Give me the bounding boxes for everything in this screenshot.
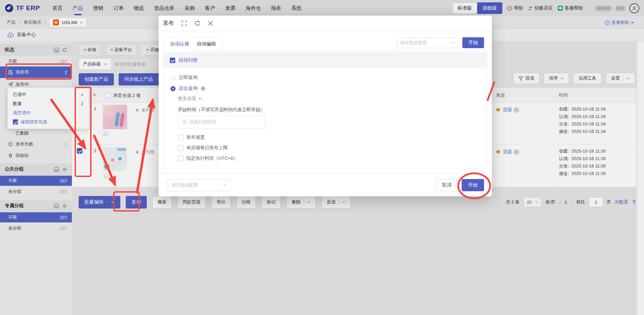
product-image[interactable] [103,105,127,129]
sidebar-item-recycle-bin[interactable]: 回收站 [0,151,72,161]
source-cell: 货源 [496,149,519,155]
divider [339,199,339,205]
user-avatar[interactable] [629,3,639,13]
page-size-select[interactable]: 20 [523,197,542,207]
person-icon [631,5,637,11]
row-index: 2 [94,148,96,153]
time-cell: 创建:2025-10-16 11:34 认领:2025-10-16 11:34 … [559,105,606,135]
per-page-label: 条/页 [545,199,556,205]
nav-purchase[interactable]: 采购 [185,0,195,16]
tab-auto-edit[interactable]: 自动编辑 [190,37,223,51]
preset-config-select-top[interactable]: 保存预设配置 [397,37,458,48]
status-dot-icon [136,151,139,154]
customer-service-button[interactable]: 客服帮助 [558,5,583,11]
cross-page-checkbox[interactable] [105,93,111,98]
nav-customers[interactable]: 客户 [205,0,215,16]
breadcrumb-single-shop-mode[interactable]: 单店模式 [24,19,46,25]
nav-product[interactable]: 产品 [73,0,83,16]
selected-row[interactable]: 已选中 » [7,90,89,99]
nav-reports[interactable]: 报表 [271,0,281,16]
sidebar-item-publish-failed[interactable]: 发布失败 1 [0,139,72,149]
prev-page-icon[interactable]: ‹ [559,199,561,205]
source-link[interactable]: 货源 [503,149,512,155]
logo-icon [5,4,14,13]
nav-invoices[interactable]: 发票 [225,0,236,16]
mark-button[interactable]: 标记 [261,196,281,209]
publish-speed-checkbox[interactable] [178,135,183,140]
product-image[interactable] [103,147,127,171]
fullscreen-icon[interactable] [181,20,187,26]
utility-tools-button[interactable]: 实用工具 [573,73,602,84]
publish-button[interactable]: 发布 [126,196,147,209]
batch-edit-button[interactable]: 批量编辑 [79,196,120,209]
date-placeholder: 选择日期时间 [189,119,216,125]
logo-text: TF ERP [16,4,40,12]
source-link[interactable]: 货源 [503,107,512,113]
clear-selection-link[interactable]: 清空选中 [7,108,89,117]
sidebar-item-status-all[interactable]: 不限 157 [0,56,72,66]
divider [589,4,589,12]
clock-icon [182,120,187,124]
sidebar-item-public-ungrouped[interactable]: 未分组 157 [0,186,72,197]
start-button-top[interactable]: 开始 [462,37,484,48]
quantity-row: 数量 2 [7,99,89,108]
settings-button[interactable]: 设置 [606,73,635,84]
close-icon[interactable] [208,21,213,26]
delete-button[interactable]: 删除 [286,196,316,209]
switch-language-button[interactable]: 切换语言 [528,5,553,11]
view-help-link[interactable]: ? 查看帮助 [605,16,634,29]
nav-home[interactable]: 首页 [53,0,63,16]
shop-selector-dropdown[interactable]: 特 100LIMI [49,18,87,27]
cancel-button[interactable]: 取消 [436,179,458,191]
publish-now-radio[interactable] [170,75,176,80]
nav-marketing[interactable]: 营销 [93,0,103,16]
auto-publish-checkbox[interactable] [170,58,175,63]
same-source-button[interactable]: 同款货源 [177,196,206,209]
chevron-down-icon [626,77,630,79]
add-price-filter-button[interactable]: + 价格 [79,44,101,56]
start-button[interactable]: 开始 [462,179,484,191]
sidebar-item-deleted[interactable]: 已删除 [0,128,72,138]
next-page-icon[interactable]: › [571,199,572,205]
export-button[interactable]: 导出 [211,196,231,209]
copy-icon[interactable] [103,173,108,178]
add-platform-filter-button[interactable]: + 采集平台 [105,44,137,56]
background-publish-radio[interactable] [170,86,176,91]
nav-warehouse[interactable]: 货品仓库 [154,0,175,16]
invert-selection-button[interactable]: 反选 [321,196,351,209]
group-button[interactable]: 分组 [236,196,256,209]
sidebar-item-public-all[interactable]: 不限 157 [0,176,72,186]
filter-button[interactable]: 筛选 [513,73,540,84]
standard-version-button[interactable]: 标准版 [452,2,477,14]
sidebar-item-pending-publish[interactable]: 待发布 2 [0,66,72,78]
nav-system[interactable]: 系统 [291,0,302,16]
row-checkbox[interactable] [77,148,82,154]
sort-button[interactable]: 排序 [544,73,569,84]
title-field-select[interactable]: 产品标题 [79,58,112,70]
nav-logistics[interactable]: 物流 [134,0,144,16]
keep-cross-page-checkbox[interactable] [13,119,18,124]
chevron-down-icon[interactable] [107,201,115,203]
move-shop-button[interactable]: 搬家 [152,196,172,209]
flagship-version-button[interactable]: 旗舰版 [477,2,502,14]
refresh-icon[interactable] [195,20,200,26]
daily-limit-checkbox[interactable] [178,145,183,151]
column-config-link[interactable]: 列配置 [615,199,628,205]
date-time-picker[interactable]: 选择日期时间 [178,116,265,129]
utc-timerange-checkbox[interactable] [178,156,183,161]
app-logo[interactable]: TF ERP [5,4,40,13]
create-product-button[interactable]: 创建新产品 [79,73,114,85]
sidebar-item-exclusive-ungrouped[interactable]: 未分组 157 [0,223,72,233]
preset-config-select-bottom[interactable]: 保存预设配置 [167,179,230,191]
current-page[interactable]: 1 [565,200,567,205]
image-mode-icon [54,167,59,172]
nav-overseas[interactable]: 海外仓 [246,0,261,16]
sidebar-item-exclusive-all[interactable]: 不限 157 [0,212,72,222]
more-settings-toggle[interactable]: 更多设置 [164,96,487,102]
copy-icon[interactable] [103,131,108,136]
shop-name: 100LIMI [61,20,77,25]
nav-orders[interactable]: 订单 [114,0,124,16]
breadcrumb-product[interactable]: 产品 [7,19,20,25]
help-button[interactable]: ? 帮助 [507,5,523,11]
goto-page-input[interactable] [589,197,603,207]
